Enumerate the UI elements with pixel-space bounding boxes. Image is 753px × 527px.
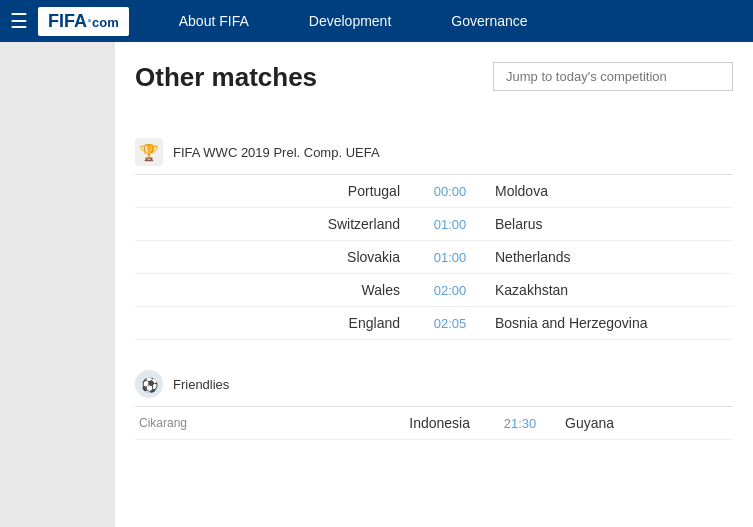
nav-development[interactable]: Development [279, 0, 422, 42]
competition-header-wwc: 🏆 FIFA WWC 2019 Prel. Comp. UEFA [135, 138, 733, 175]
match-home: Portugal [135, 183, 415, 199]
match-time[interactable]: 02:05 [415, 316, 485, 331]
match-home: England [135, 315, 415, 331]
competition-header-friendlies: ⚽ Friendlies [135, 370, 733, 407]
match-time[interactable]: 01:00 [415, 250, 485, 265]
page-layout: Other matches 🏆 FIFA WWC 2019 Prel. Comp… [0, 42, 753, 527]
hamburger-icon[interactable]: ☰ [10, 9, 28, 33]
page-title: Other matches [135, 62, 317, 93]
match-away: Belarus [485, 216, 733, 232]
wwc-icon: 🏆 [135, 138, 163, 166]
match-row: England 02:05 Bosnia and Herzegovina [135, 307, 733, 340]
competition-friendlies: ⚽ Friendlies Cikarang Indonesia 21:30 Gu… [135, 370, 733, 440]
match-away: Netherlands [485, 249, 733, 265]
main-content: Other matches 🏆 FIFA WWC 2019 Prel. Comp… [115, 42, 753, 527]
competition-wwc: 🏆 FIFA WWC 2019 Prel. Comp. UEFA Portuga… [135, 138, 733, 340]
sidebar [0, 42, 115, 527]
nav-about-fifa[interactable]: About FIFA [149, 0, 279, 42]
nav-governance[interactable]: Governance [421, 0, 557, 42]
logo-text: FIFA [48, 11, 87, 31]
jump-input[interactable] [493, 62, 733, 91]
match-time[interactable]: 01:00 [415, 217, 485, 232]
venue-time[interactable]: 21:30 [485, 416, 555, 431]
friendlies-icon: ⚽ [135, 370, 163, 398]
match-away: Moldova [485, 183, 733, 199]
top-bar: Other matches [135, 62, 733, 113]
match-time[interactable]: 00:00 [415, 184, 485, 199]
match-home: Wales [135, 282, 415, 298]
match-home: Slovakia [135, 249, 415, 265]
match-row: Slovakia 01:00 Netherlands [135, 241, 733, 274]
svg-text:🏆: 🏆 [139, 143, 159, 162]
svg-text:⚽: ⚽ [141, 377, 159, 394]
match-row: Wales 02:00 Kazakhstan [135, 274, 733, 307]
site-header: ☰ FIFA·com About FIFA Development Govern… [0, 0, 753, 42]
match-row: Switzerland 01:00 Belarus [135, 208, 733, 241]
competition-name-wwc: FIFA WWC 2019 Prel. Comp. UEFA [173, 145, 380, 160]
main-nav: About FIFA Development Governance [149, 0, 558, 42]
venue-label: Cikarang [135, 416, 315, 430]
match-away: Kazakhstan [485, 282, 733, 298]
competition-name-friendlies: Friendlies [173, 377, 229, 392]
match-home: Switzerland [135, 216, 415, 232]
match-away: Bosnia and Herzegovina [485, 315, 733, 331]
venue-away: Guyana [555, 415, 733, 431]
match-time[interactable]: 02:00 [415, 283, 485, 298]
logo-com: com [92, 15, 119, 30]
venue-home: Indonesia [315, 415, 485, 431]
friendlies-match-row: Cikarang Indonesia 21:30 Guyana [135, 407, 733, 440]
match-row: Portugal 00:00 Moldova [135, 175, 733, 208]
site-logo[interactable]: FIFA·com [38, 7, 129, 36]
